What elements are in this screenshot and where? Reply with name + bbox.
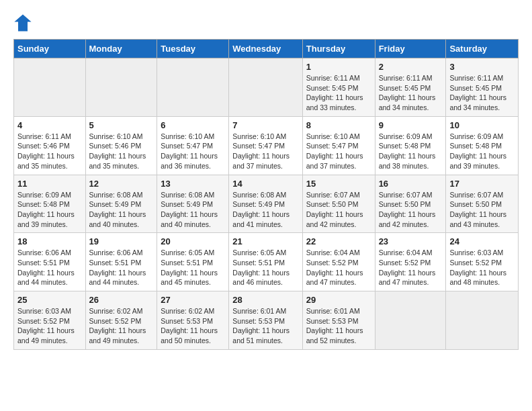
day-number: 3 bbox=[449, 62, 515, 72]
day-info: Sunrise: 6:08 AM Sunset: 5:49 PM Dayligh… bbox=[232, 190, 298, 230]
day-info: Sunrise: 6:11 AM Sunset: 5:46 PM Dayligh… bbox=[17, 132, 82, 171]
day-info: Sunrise: 6:09 AM Sunset: 5:48 PM Dayligh… bbox=[449, 132, 515, 171]
day-info: Sunrise: 6:01 AM Sunset: 5:53 PM Dayligh… bbox=[306, 306, 371, 346]
calendar-cell: 10Sunrise: 6:09 AM Sunset: 5:48 PM Dayli… bbox=[446, 116, 519, 175]
day-info: Sunrise: 6:03 AM Sunset: 5:52 PM Dayligh… bbox=[17, 306, 82, 346]
calendar-cell: 22Sunrise: 6:04 AM Sunset: 5:52 PM Dayli… bbox=[302, 233, 375, 291]
day-number: 19 bbox=[89, 236, 154, 246]
calendar-cell: 28Sunrise: 6:01 AM Sunset: 5:53 PM Dayli… bbox=[229, 291, 302, 350]
day-number: 23 bbox=[379, 236, 443, 246]
col-header-monday: Monday bbox=[85, 40, 157, 58]
day-info: Sunrise: 6:01 AM Sunset: 5:53 PM Dayligh… bbox=[232, 306, 298, 346]
calendar-cell: 26Sunrise: 6:02 AM Sunset: 5:52 PM Dayli… bbox=[85, 291, 157, 350]
calendar-cell bbox=[229, 58, 302, 117]
day-number: 24 bbox=[449, 236, 515, 246]
calendar-header-row: SundayMondayTuesdayWednesdayThursdayFrid… bbox=[14, 40, 519, 58]
calendar-cell: 18Sunrise: 6:06 AM Sunset: 5:51 PM Dayli… bbox=[14, 233, 86, 291]
col-header-saturday: Saturday bbox=[446, 40, 519, 58]
day-info: Sunrise: 6:03 AM Sunset: 5:52 PM Dayligh… bbox=[449, 248, 515, 287]
day-info: Sunrise: 6:04 AM Sunset: 5:52 PM Dayligh… bbox=[379, 248, 443, 287]
calendar-cell: 16Sunrise: 6:07 AM Sunset: 5:50 PM Dayli… bbox=[375, 175, 446, 233]
day-number: 25 bbox=[17, 295, 82, 305]
day-info: Sunrise: 6:10 AM Sunset: 5:47 PM Dayligh… bbox=[161, 132, 225, 171]
calendar-cell: 23Sunrise: 6:04 AM Sunset: 5:52 PM Dayli… bbox=[375, 233, 446, 291]
day-number: 6 bbox=[161, 120, 225, 130]
calendar-cell: 1Sunrise: 6:11 AM Sunset: 5:45 PM Daylig… bbox=[302, 58, 375, 117]
day-number: 2 bbox=[379, 62, 443, 72]
calendar-cell: 5Sunrise: 6:10 AM Sunset: 5:46 PM Daylig… bbox=[85, 116, 157, 175]
day-info: Sunrise: 6:11 AM Sunset: 5:45 PM Dayligh… bbox=[449, 73, 515, 113]
calendar-cell: 8Sunrise: 6:10 AM Sunset: 5:47 PM Daylig… bbox=[302, 116, 375, 175]
calendar-cell: 17Sunrise: 6:07 AM Sunset: 5:50 PM Dayli… bbox=[446, 175, 519, 233]
day-info: Sunrise: 6:08 AM Sunset: 5:49 PM Dayligh… bbox=[89, 190, 154, 230]
calendar-cell: 3Sunrise: 6:11 AM Sunset: 5:45 PM Daylig… bbox=[446, 58, 519, 117]
calendar-week-row: 11Sunrise: 6:09 AM Sunset: 5:48 PM Dayli… bbox=[14, 175, 519, 233]
calendar-week-row: 1Sunrise: 6:11 AM Sunset: 5:45 PM Daylig… bbox=[14, 58, 519, 117]
calendar-cell bbox=[375, 291, 446, 350]
day-info: Sunrise: 6:05 AM Sunset: 5:51 PM Dayligh… bbox=[232, 248, 298, 287]
svg-marker-0 bbox=[14, 14, 31, 31]
day-number: 28 bbox=[232, 295, 298, 305]
day-number: 14 bbox=[232, 179, 298, 189]
logo bbox=[13, 13, 35, 32]
calendar-cell: 12Sunrise: 6:08 AM Sunset: 5:49 PM Dayli… bbox=[85, 175, 157, 233]
calendar-week-row: 4Sunrise: 6:11 AM Sunset: 5:46 PM Daylig… bbox=[14, 116, 519, 175]
header bbox=[13, 13, 519, 32]
day-info: Sunrise: 6:11 AM Sunset: 5:45 PM Dayligh… bbox=[379, 73, 443, 113]
day-number: 9 bbox=[379, 120, 443, 130]
calendar-cell: 13Sunrise: 6:08 AM Sunset: 5:49 PM Dayli… bbox=[157, 175, 229, 233]
calendar-cell: 29Sunrise: 6:01 AM Sunset: 5:53 PM Dayli… bbox=[302, 291, 375, 350]
day-number: 16 bbox=[379, 179, 443, 189]
col-header-thursday: Thursday bbox=[302, 40, 375, 58]
day-number: 18 bbox=[17, 236, 82, 246]
calendar-cell: 14Sunrise: 6:08 AM Sunset: 5:49 PM Dayli… bbox=[229, 175, 302, 233]
calendar-cell: 4Sunrise: 6:11 AM Sunset: 5:46 PM Daylig… bbox=[14, 116, 86, 175]
calendar-cell bbox=[85, 58, 157, 117]
day-info: Sunrise: 6:06 AM Sunset: 5:51 PM Dayligh… bbox=[89, 248, 154, 287]
day-info: Sunrise: 6:08 AM Sunset: 5:49 PM Dayligh… bbox=[161, 190, 225, 230]
calendar-week-row: 18Sunrise: 6:06 AM Sunset: 5:51 PM Dayli… bbox=[14, 233, 519, 291]
calendar-cell: 2Sunrise: 6:11 AM Sunset: 5:45 PM Daylig… bbox=[375, 58, 446, 117]
day-info: Sunrise: 6:10 AM Sunset: 5:47 PM Dayligh… bbox=[306, 132, 371, 171]
calendar-table: SundayMondayTuesdayWednesdayThursdayFrid… bbox=[13, 39, 519, 350]
day-number: 5 bbox=[89, 120, 154, 130]
calendar-cell bbox=[14, 58, 86, 117]
day-number: 15 bbox=[306, 179, 371, 189]
calendar-cell: 7Sunrise: 6:10 AM Sunset: 5:47 PM Daylig… bbox=[229, 116, 302, 175]
day-info: Sunrise: 6:10 AM Sunset: 5:46 PM Dayligh… bbox=[89, 132, 154, 171]
calendar-cell bbox=[157, 58, 229, 117]
calendar-cell: 25Sunrise: 6:03 AM Sunset: 5:52 PM Dayli… bbox=[14, 291, 86, 350]
calendar-cell: 21Sunrise: 6:05 AM Sunset: 5:51 PM Dayli… bbox=[229, 233, 302, 291]
day-number: 10 bbox=[449, 120, 515, 130]
calendar-cell: 15Sunrise: 6:07 AM Sunset: 5:50 PM Dayli… bbox=[302, 175, 375, 233]
day-info: Sunrise: 6:06 AM Sunset: 5:51 PM Dayligh… bbox=[17, 248, 82, 287]
calendar-cell: 19Sunrise: 6:06 AM Sunset: 5:51 PM Dayli… bbox=[85, 233, 157, 291]
day-info: Sunrise: 6:11 AM Sunset: 5:45 PM Dayligh… bbox=[306, 73, 371, 113]
day-number: 1 bbox=[306, 62, 371, 72]
day-number: 27 bbox=[161, 295, 225, 305]
day-number: 17 bbox=[449, 179, 515, 189]
day-number: 12 bbox=[89, 179, 154, 189]
day-info: Sunrise: 6:07 AM Sunset: 5:50 PM Dayligh… bbox=[379, 190, 443, 230]
day-number: 11 bbox=[17, 179, 82, 189]
day-info: Sunrise: 6:04 AM Sunset: 5:52 PM Dayligh… bbox=[306, 248, 371, 287]
day-info: Sunrise: 6:09 AM Sunset: 5:48 PM Dayligh… bbox=[379, 132, 443, 171]
day-number: 26 bbox=[89, 295, 154, 305]
day-info: Sunrise: 6:07 AM Sunset: 5:50 PM Dayligh… bbox=[449, 190, 515, 230]
col-header-sunday: Sunday bbox=[14, 40, 86, 58]
day-number: 22 bbox=[306, 236, 371, 246]
calendar-cell: 9Sunrise: 6:09 AM Sunset: 5:48 PM Daylig… bbox=[375, 116, 446, 175]
day-number: 7 bbox=[232, 120, 298, 130]
day-info: Sunrise: 6:02 AM Sunset: 5:53 PM Dayligh… bbox=[161, 306, 225, 346]
calendar-week-row: 25Sunrise: 6:03 AM Sunset: 5:52 PM Dayli… bbox=[14, 291, 519, 350]
day-info: Sunrise: 6:10 AM Sunset: 5:47 PM Dayligh… bbox=[232, 132, 298, 171]
calendar-cell: 20Sunrise: 6:05 AM Sunset: 5:51 PM Dayli… bbox=[157, 233, 229, 291]
calendar-cell: 6Sunrise: 6:10 AM Sunset: 5:47 PM Daylig… bbox=[157, 116, 229, 175]
logo-icon bbox=[13, 13, 32, 32]
day-number: 13 bbox=[161, 179, 225, 189]
day-number: 21 bbox=[232, 236, 298, 246]
col-header-wednesday: Wednesday bbox=[229, 40, 302, 58]
day-number: 8 bbox=[306, 120, 371, 130]
col-header-tuesday: Tuesday bbox=[157, 40, 229, 58]
calendar-cell bbox=[446, 291, 519, 350]
